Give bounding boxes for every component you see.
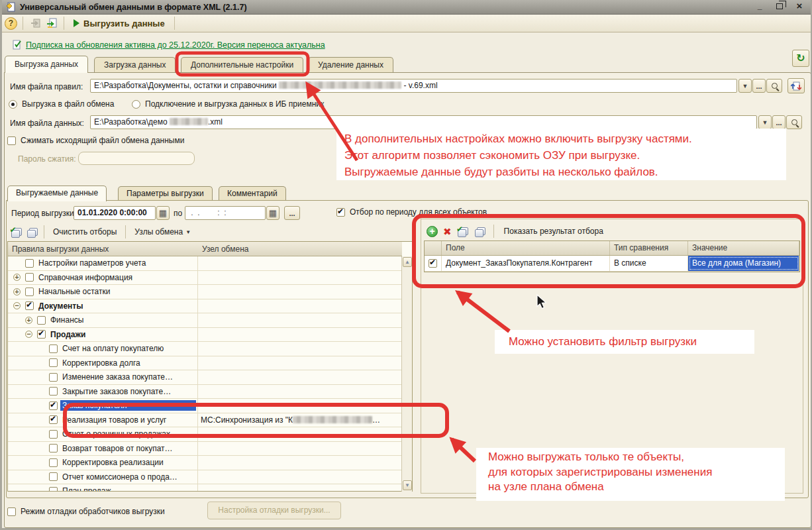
scroll-up-icon[interactable]: ▲ [403, 257, 412, 267]
period-from-calendar-button[interactable]: ▦ [156, 206, 170, 220]
expand-icon[interactable]: + [25, 317, 32, 324]
minimize-button[interactable]: _ [754, 1, 766, 12]
tab-export-parameters[interactable]: Параметры выгрузки [118, 186, 213, 201]
debug-settings-button[interactable]: Настройка отладки выгрузки... [207, 502, 341, 519]
row-checkbox[interactable] [25, 259, 34, 268]
tree-row[interactable]: +Начальные остатки [8, 285, 402, 299]
tree-row[interactable]: Заказ покупателя [8, 399, 402, 413]
row-checkbox[interactable] [49, 373, 58, 382]
tree-scrollbar[interactable]: ▲ ▼ [401, 256, 412, 492]
uncheck-all-filters-button[interactable] [474, 225, 486, 237]
period-from-input[interactable]: 01.01.2020 0:00:00 [74, 206, 156, 220]
subscription-row: Подписка на обновления активна до 25.12.… [13, 40, 325, 50]
filter-value-cell[interactable]: Все для дома (Магазин) [688, 256, 799, 271]
tree-row[interactable]: Закрытие заказов покупате… [8, 385, 402, 399]
refresh-button[interactable]: ↻ [792, 50, 809, 67]
uncheck-all-rows-button[interactable] [26, 226, 38, 238]
tab-export-data[interactable]: Выгрузка данных [5, 56, 88, 73]
load-rules-button[interactable] [787, 78, 805, 93]
tab-comment[interactable]: Комментарий [219, 186, 286, 201]
tree-row[interactable]: Настройки параметров учета [8, 256, 402, 271]
rules-file-browse-button[interactable]: ... [752, 79, 766, 93]
tree-row[interactable]: Корректировка долга [8, 356, 402, 371]
tree-row[interactable]: Изменение заказа покупате… [8, 370, 402, 385]
row-checkbox[interactable] [49, 387, 58, 396]
exchange-nodes-menu-button[interactable]: Узлы обмена ▼ [132, 227, 193, 237]
tree-row[interactable]: План продаж [8, 484, 402, 491]
tree-row[interactable]: +Справочная информация [8, 271, 402, 286]
subscription-link[interactable]: Подписка на обновления активна до 25.12.… [26, 40, 325, 50]
tab-delete-data[interactable]: Удаление данных [308, 57, 393, 73]
row-checkbox[interactable] [49, 458, 58, 467]
tree-row[interactable]: −Документы [8, 299, 402, 314]
debug-mode-checkbox[interactable]: Режим отладки обработчиков выгрузки [7, 507, 165, 516]
row-checkbox[interactable] [49, 430, 58, 439]
tree-row[interactable]: +Финансы [8, 313, 402, 328]
row-checkbox[interactable] [49, 472, 58, 481]
uncheck-all-icon [475, 227, 485, 236]
row-checkbox[interactable] [25, 273, 34, 282]
restore-button[interactable] [774, 1, 786, 12]
row-checkbox[interactable] [49, 487, 58, 491]
period-to-input[interactable]: . . : : [185, 206, 266, 220]
tree-row[interactable]: Возврат товаров от покупат… [8, 442, 402, 456]
period-filter-checkbox[interactable]: Отбор по периоду для всех объектов [336, 207, 487, 217]
row-checkbox[interactable] [49, 444, 58, 452]
filter-row-checkbox[interactable] [429, 259, 437, 268]
delete-filter-button[interactable]: ✖ [443, 227, 452, 237]
data-file-input[interactable]: E:\Разработка\демо .xml [90, 115, 757, 129]
tree-row[interactable]: Отчет о розничных продажах [8, 427, 402, 442]
rules-file-input[interactable]: E:\Разработка\Документы, остатки и справ… [90, 79, 737, 93]
collapse-icon[interactable]: − [13, 302, 21, 309]
row-checkbox[interactable] [49, 344, 58, 353]
scroll-down-icon[interactable]: ▼ [403, 480, 412, 490]
filter-comparison-cell: В списке [610, 256, 688, 271]
row-checkbox[interactable] [25, 301, 34, 310]
show-filter-result-button[interactable]: Показать результат отбора [501, 226, 606, 237]
close-button[interactable]: × [793, 1, 805, 12]
data-file-open-button[interactable] [786, 115, 802, 129]
check-all-rows-button[interactable]: ✔ [10, 226, 22, 238]
expand-icon[interactable]: + [13, 274, 21, 281]
help-button[interactable]: ? [5, 17, 17, 30]
row-checkbox[interactable] [37, 316, 46, 325]
row-checkbox[interactable] [49, 358, 58, 367]
mode-radio-file[interactable]: Выгрузка в файл обмена [9, 99, 114, 109]
tree-row[interactable]: Реализация товаров и услугМС:Синхронизац… [8, 413, 402, 428]
period-to-calendar-button[interactable]: ▦ [266, 206, 279, 220]
exchange-node-cell [198, 356, 402, 370]
tree-row[interactable]: −Продажи [8, 328, 402, 343]
load-rules-file-icon[interactable] [45, 17, 58, 30]
compress-label: Сжимать исходящий файл обмена данными [21, 136, 184, 145]
filter-row[interactable]: Документ_ЗаказПокупателя.КонтрагентВ спи… [425, 256, 799, 272]
tab-import-data[interactable]: Загрузка данных [94, 57, 176, 73]
ellipsis-icon: ... [756, 82, 762, 90]
tree-row[interactable]: Счет на оплату покупателю [8, 342, 402, 356]
row-checkbox[interactable] [25, 288, 34, 296]
tree-row[interactable]: Отчет комиссионера о прода… [8, 470, 402, 485]
mode-radio-ib[interactable]: Подключение и выгрузка данных в ИБ прием… [132, 99, 324, 109]
password-input[interactable] [78, 152, 195, 165]
data-file-browse-button[interactable]: ... [772, 115, 786, 129]
tree-row[interactable]: Корректировка реализации [8, 456, 402, 470]
row-checkbox[interactable] [49, 401, 58, 410]
rule-label: Изменение заказа покупате… [60, 372, 196, 382]
collapse-icon[interactable]: − [25, 331, 32, 338]
mode-ib-label: Подключение и выгрузка данных в ИБ прием… [145, 99, 324, 109]
tab-exported-data[interactable]: Выгружаемые данные [7, 186, 107, 201]
row-checkbox[interactable] [37, 330, 46, 339]
row-checkbox[interactable] [49, 415, 58, 424]
rules-file-dropdown-button[interactable]: ▼ [738, 79, 752, 93]
filter-table: Поле Тип сравнения Значение Документ_Зак… [424, 240, 800, 272]
add-filter-button[interactable]: + [427, 226, 438, 237]
clear-filters-button[interactable]: Очистить отборы [50, 227, 119, 237]
data-file-dropdown-button[interactable]: ▼ [758, 115, 772, 129]
export-data-button[interactable]: Выгрузить данные [70, 17, 169, 30]
check-all-filters-button[interactable]: ✔ [457, 225, 469, 237]
compress-checkbox[interactable]: Сжимать исходящий файл обмена данными [7, 136, 184, 145]
tab-additional-settings[interactable]: Дополнительные настройки [181, 57, 303, 73]
expand-icon[interactable]: + [13, 288, 21, 295]
toolbar-separator [125, 225, 126, 238]
rules-file-open-button[interactable] [766, 79, 782, 93]
period-select-button[interactable]: ... [284, 206, 300, 220]
